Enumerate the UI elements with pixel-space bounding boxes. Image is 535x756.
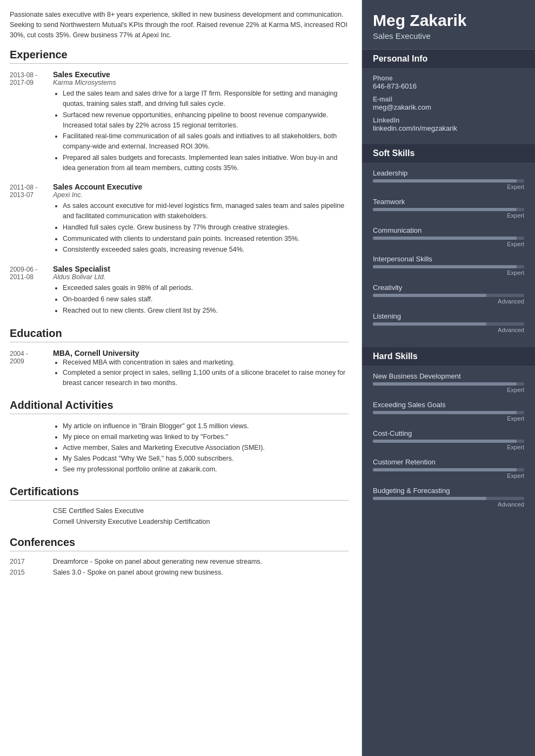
skill-bar-bg: [373, 382, 524, 386]
bullet: Led the sales team and sales drive for a…: [63, 89, 349, 109]
soft-skills-list: Leadership Expert Teamwork Expert Commun…: [362, 163, 535, 347]
skill-bar-fill: [373, 237, 517, 240]
education-section: Education 2004 -2009 MBA, Cornell Univer…: [10, 327, 349, 388]
experience-item: 2009-06 -2011-08 Sales Specialist Aldus …: [10, 265, 349, 316]
skill-bar-bg: [373, 208, 524, 211]
hard-skills-section: Hard Skills New Business Development Exp…: [362, 347, 535, 522]
skill-name: Budgeting & Forecasting: [373, 487, 524, 495]
activities-item: My article on influence in "Brain Blogge…: [10, 421, 349, 475]
education-item: 2004 -2009 MBA, Cornell University Recei…: [10, 349, 349, 388]
soft-skill-block: Teamwork Expert: [373, 198, 524, 219]
skill-bar-fill: [373, 179, 517, 183]
skill-name: New Business Development: [373, 372, 524, 380]
skill-name: Leadership: [373, 169, 524, 177]
edu-date: 2004 -2009: [10, 349, 53, 388]
right-header: Meg Zakarik Sales Executive: [362, 0, 535, 50]
phone-block: Phone 646-873-6016: [373, 75, 524, 90]
exp-content: Sales Specialist Aldus Bolivar Ltd. Exce…: [53, 265, 349, 316]
exp-company: Karma Microsystems: [53, 79, 349, 86]
soft-skill-block: Listening Advanced: [373, 312, 524, 333]
activities-section: Additional Activities My article on infl…: [10, 399, 349, 475]
bullet: Prepared all sales budgets and forecasts…: [63, 153, 349, 173]
candidate-name: Meg Zakarik: [373, 11, 524, 30]
soft-skill-block: Interpersonal Skills Expert: [373, 255, 524, 276]
skill-bar-fill: [373, 265, 517, 268]
linkedin-block: LinkedIn linkedin.com/in/megzakarik: [373, 117, 524, 132]
exp-title: Sales Executive: [53, 70, 349, 79]
education-list: 2004 -2009 MBA, Cornell University Recei…: [10, 349, 349, 388]
conf-year: 2015: [10, 569, 53, 576]
certifications-title: Certifications: [10, 485, 349, 501]
skill-level: Expert: [373, 387, 524, 393]
activities-content: My article on influence in "Brain Blogge…: [53, 421, 349, 475]
exp-content: Sales Executive Karma Microsystems Led t…: [53, 70, 349, 174]
skill-level: Expert: [373, 269, 524, 276]
skill-level: Expert: [373, 473, 524, 479]
activities-bullets: My article on influence in "Brain Blogge…: [53, 421, 349, 475]
skill-bar-fill: [373, 382, 517, 386]
candidate-role: Sales Executive: [373, 31, 524, 40]
email-label: E-mail: [373, 96, 524, 103]
activities-title: Additional Activities: [10, 399, 349, 414]
exp-bullets: Exceeded sales goals in 98% of all perio…: [53, 283, 349, 315]
bullet: Exceeded sales goals in 98% of all perio…: [63, 283, 349, 293]
bullet: On-boarded 6 new sales staff.: [63, 294, 349, 305]
edu-bullets: Received MBA with concentration in sales…: [53, 357, 349, 388]
skill-bar-fill: [373, 322, 486, 326]
skill-bar-bg: [373, 411, 524, 414]
skill-level: Expert: [373, 444, 524, 450]
exp-title: Sales Specialist: [53, 265, 349, 273]
hard-skills-list: New Business Development Expert Exceedin…: [362, 366, 535, 522]
skill-bar-bg: [373, 468, 524, 471]
skill-bar-bg: [373, 265, 524, 268]
experience-section: Experience 2013-08 -2017-09 Sales Execut…: [10, 49, 349, 316]
activity-bullet: My Sales Podcast "Why We Sell," has 5,00…: [63, 453, 349, 464]
soft-skill-block: Communication Expert: [373, 226, 524, 247]
bullet: As sales account executive for mid-level…: [63, 201, 349, 221]
certifications-section: Certifications CSE Certified Sales Execu…: [10, 485, 349, 525]
soft-skills-title: Soft Skills: [362, 144, 535, 163]
summary-text: Passionate sales executive with 8+ years…: [10, 10, 349, 40]
conf-description: Dreamforce - Spoke on panel about genera…: [53, 558, 349, 565]
exp-date: 2011-08 -2013-07: [10, 183, 53, 256]
hard-skill-block: Customer Retention Expert: [373, 458, 524, 479]
left-column: Passionate sales executive with 8+ years…: [0, 0, 362, 756]
exp-title: Sales Account Executive: [53, 183, 349, 191]
bullet: Communicated with clients to understand …: [63, 234, 349, 244]
bullet: Handled full sales cycle. Grew business …: [63, 222, 349, 233]
activity-bullet: My article on influence in "Brain Blogge…: [63, 421, 349, 431]
hard-skills-title: Hard Skills: [362, 347, 535, 366]
email-value: meg@zakarik.com: [373, 103, 524, 111]
certifications-list: CSE Certified Sales ExecutiveCornell Uni…: [10, 507, 349, 525]
bullet: Reached out to new clients. Grew client …: [63, 306, 349, 316]
skill-bar-fill: [373, 497, 486, 500]
bullet: Completed a senior project in sales, sel…: [63, 368, 349, 388]
skill-level: Advanced: [373, 501, 524, 508]
exp-content: Sales Account Executive Apexi Inc. As sa…: [53, 183, 349, 256]
conferences-section: Conferences 2017 Dreamforce - Spoke on p…: [10, 536, 349, 576]
skill-bar-fill: [373, 294, 486, 297]
skill-name: Exceeding Sales Goals: [373, 401, 524, 409]
hard-skill-block: Exceeding Sales Goals Expert: [373, 401, 524, 422]
experience-item: 2013-08 -2017-09 Sales Executive Karma M…: [10, 70, 349, 174]
hard-skill-block: Cost-Cutting Expert: [373, 429, 524, 450]
skill-bar-bg: [373, 237, 524, 240]
skill-name: Customer Retention: [373, 458, 524, 466]
skill-name: Listening: [373, 312, 524, 320]
exp-bullets: Led the sales team and sales drive for a…: [53, 89, 349, 173]
skill-level: Expert: [373, 241, 524, 247]
education-title: Education: [10, 327, 349, 342]
soft-skills-section: Soft Skills Leadership Expert Teamwork E…: [362, 144, 535, 347]
skill-name: Creativity: [373, 284, 524, 292]
skill-bar-bg: [373, 179, 524, 183]
hard-skill-block: New Business Development Expert: [373, 372, 524, 393]
personal-info-title: Personal Info: [362, 50, 535, 68]
activity-bullet: See my professional portfolio online at …: [63, 464, 349, 475]
exp-bullets: As sales account executive for mid-level…: [53, 201, 349, 255]
personal-info-section: Personal Info Phone 646-873-6016 E-mail …: [362, 50, 535, 144]
skill-level: Advanced: [373, 298, 524, 305]
experience-title: Experience: [10, 49, 349, 64]
skill-level: Expert: [373, 415, 524, 422]
skill-level: Advanced: [373, 327, 524, 333]
soft-skill-block: Creativity Advanced: [373, 284, 524, 305]
